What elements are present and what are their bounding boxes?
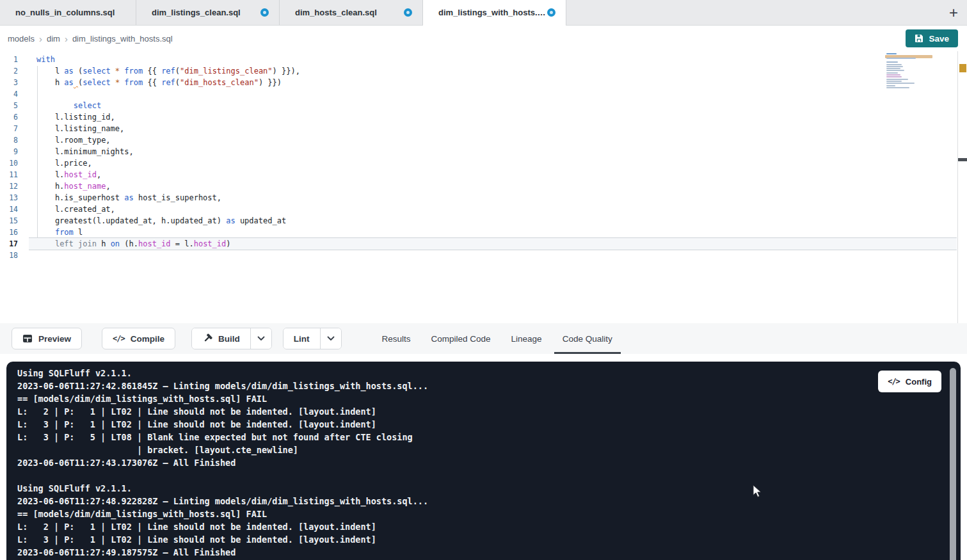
code-text: l.price, — [29, 157, 957, 169]
lint-button[interactable]: Lint — [284, 328, 320, 349]
breadcrumb-bar: models › dim › dim_listings_with_hosts.s… — [0, 26, 967, 51]
terminal-line: Using SQLFluff v2.1.1. — [17, 367, 961, 380]
terminal-line: Using SQLFluff v2.1.1. — [17, 482, 961, 495]
code-text: l.listing_name, — [29, 123, 957, 134]
tab-no-nulls-in-columns[interactable]: no_nulls_in_columns.sql — [0, 0, 136, 25]
code-line[interactable]: 14 l.created_at, — [0, 204, 967, 215]
code-icon: </> — [888, 377, 900, 386]
code-text: l.created_at, — [29, 204, 957, 215]
code-text: h.host_name, — [29, 180, 957, 192]
compile-button[interactable]: </> Compile — [102, 328, 175, 349]
terminal-line: 2023-06-06T11:27:42.861845Z — Linting mo… — [17, 380, 961, 392]
ruler-warning-marker — [959, 64, 966, 72]
line-number: 3 — [0, 77, 29, 88]
terminal-output: Using SQLFluff v2.1.1.2023-06-06T11:27:4… — [6, 362, 961, 559]
code-text: with — [29, 54, 957, 65]
code-line[interactable]: 16 from l — [0, 227, 967, 238]
overview-ruler[interactable] — [957, 51, 958, 323]
code-line[interactable]: 12 h.host_name, — [0, 180, 967, 192]
line-number: 4 — [0, 88, 29, 100]
code-line[interactable]: 1with — [0, 54, 967, 65]
save-icon — [915, 34, 923, 43]
code-line[interactable]: 11 l.host_id, — [0, 169, 967, 180]
build-button[interactable]: Build — [192, 328, 250, 349]
modified-dot-icon — [547, 8, 555, 17]
line-number: 10 — [0, 157, 29, 169]
config-button[interactable]: </> Config — [878, 371, 941, 392]
preview-button[interactable]: Preview — [12, 328, 82, 349]
breadcrumb-file[interactable]: dim_listings_with_hosts.sql — [72, 34, 173, 44]
code-text — [29, 250, 957, 261]
code-text — [29, 88, 957, 100]
line-number: 6 — [0, 111, 29, 123]
code-line[interactable]: 13 h.is_superhost as host_is_superhost, — [0, 192, 967, 204]
code-lines: 1with2 l as (select * from {{ ref("dim_l… — [0, 54, 967, 261]
build-dropdown-button[interactable] — [250, 328, 271, 349]
terminal-line: L: 3 | P: 1 | LT02 | Line should not be … — [17, 418, 961, 431]
tab-label: dim_hosts_clean.sql — [295, 8, 377, 17]
code-line[interactable]: 17 left join h on (h.host_id = l.host_id… — [0, 238, 967, 250]
code-line[interactable]: 8 l.room_type, — [0, 134, 967, 146]
tab-dim-listings-with-hosts[interactable]: dim_listings_with_hosts.sql — [423, 0, 566, 25]
chevron-down-icon — [257, 336, 265, 341]
terminal-line — [17, 469, 961, 482]
tab-dim-listings-clean[interactable]: dim_listings_clean.sql — [136, 0, 280, 25]
code-text: select — [29, 100, 957, 111]
save-label: Save — [929, 34, 949, 44]
code-text: l as (select * from {{ ref("dim_listings… — [29, 65, 957, 77]
modified-dot-icon — [404, 8, 412, 17]
new-tab-button[interactable]: + — [940, 0, 967, 26]
terminal-panel: Using SQLFluff v2.1.1.2023-06-06T11:27:4… — [6, 362, 961, 560]
line-number: 12 — [0, 180, 29, 192]
code-line[interactable]: 4 — [0, 88, 967, 100]
tab-results[interactable]: Results — [374, 323, 419, 354]
breadcrumb-models[interactable]: models — [8, 34, 35, 44]
lint-button-group: Lint — [283, 328, 342, 349]
code-text: left join h on (h.host_id = l.host_id) — [29, 238, 957, 250]
terminal-line: L: 3 | P: 5 | LT08 | Blank line expected… — [17, 431, 961, 444]
indent-guide — [37, 66, 38, 238]
code-text: h.is_superhost as host_is_superhost, — [29, 192, 957, 204]
code-line[interactable]: 15 greatest(l.updated_at, h.updated_at) … — [0, 215, 967, 227]
code-editor[interactable]: 1with2 l as (select * from {{ ref("dim_l… — [0, 51, 967, 323]
build-button-group: Build — [191, 328, 272, 349]
tab-compiled-code[interactable]: Compiled Code — [423, 323, 499, 354]
chevron-right-icon: › — [39, 33, 42, 44]
breadcrumb: models › dim › dim_listings_with_hosts.s… — [8, 26, 173, 51]
line-number: 16 — [0, 227, 29, 238]
breadcrumb-dim[interactable]: dim — [47, 34, 60, 44]
tab-lineage[interactable]: Lineage — [503, 323, 550, 354]
code-line[interactable]: 7 l.listing_name, — [0, 123, 967, 134]
terminal-line: | bracket. [layout.cte_newline] — [17, 444, 961, 456]
lint-dropdown-button[interactable] — [320, 328, 341, 349]
terminal-line: 2023-06-06T11:27:48.922828Z — Linting mo… — [17, 495, 961, 508]
code-text: greatest(l.updated_at, h.updated_at) as … — [29, 215, 957, 227]
tab-code-quality[interactable]: Code Quality — [554, 323, 621, 354]
terminal-scrollbar[interactable] — [950, 368, 956, 560]
code-line[interactable]: 5 select — [0, 100, 967, 111]
terminal-line: L: 2 | P: 1 | LT02 | Line should not be … — [17, 405, 961, 418]
line-number: 8 — [0, 134, 29, 146]
code-line[interactable]: 10 l.price, — [0, 157, 967, 169]
preview-label: Preview — [38, 334, 71, 344]
minimap[interactable] — [885, 53, 932, 90]
mouse-cursor — [753, 484, 763, 499]
tab-label: dim_listings_with_hosts.sql — [438, 8, 547, 17]
code-text: from l — [29, 227, 957, 238]
config-label: Config — [906, 377, 932, 387]
line-number: 17 — [0, 238, 29, 250]
code-line[interactable]: 2 l as (select * from {{ ref("dim_listin… — [0, 65, 967, 77]
tab-dim-hosts-clean[interactable]: dim_hosts_clean.sql — [280, 0, 423, 25]
terminal-line: == [models/dim/dim_listings_with_hosts.s… — [17, 392, 961, 405]
code-line[interactable]: 6 l.listing_id, — [0, 111, 967, 123]
code-line[interactable]: 18 — [0, 250, 967, 261]
code-line[interactable]: 9 l.minimum_nights, — [0, 146, 967, 157]
line-number: 2 — [0, 65, 29, 77]
ruler-position-marker — [958, 158, 967, 161]
code-line[interactable]: 3 h as (select * from {{ ref("dim_hosts_… — [0, 77, 967, 88]
hammer-icon — [202, 333, 212, 344]
tab-label: no_nulls_in_columns.sql — [15, 8, 115, 17]
save-button[interactable]: Save — [906, 29, 958, 47]
modified-dot-icon — [260, 8, 269, 17]
terminal-line: 2023-06-06T11:27:49.187575Z — All Finish… — [17, 546, 961, 559]
